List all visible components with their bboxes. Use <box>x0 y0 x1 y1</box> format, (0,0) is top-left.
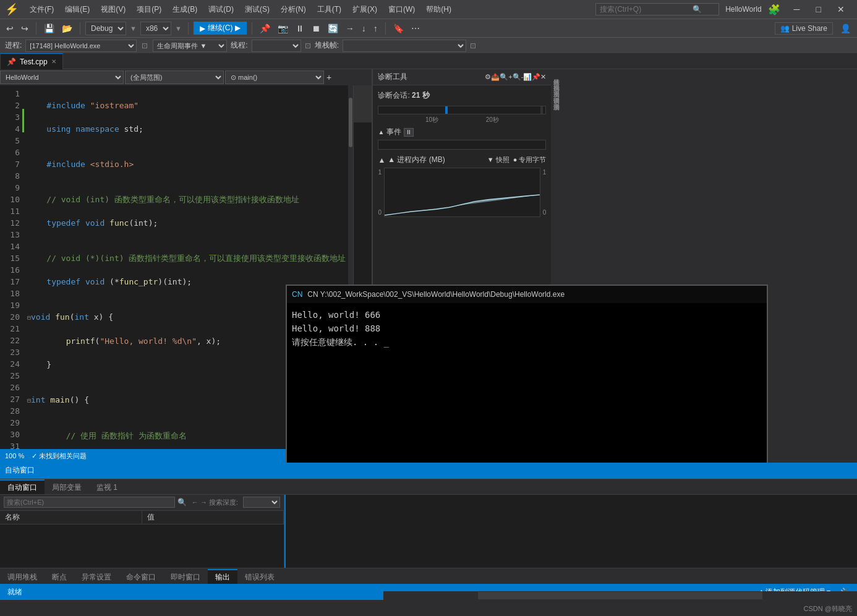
bottom-scrollbar[interactable] <box>383 591 857 600</box>
events-pause-btn[interactable]: ⏸ <box>404 128 414 137</box>
tab-auto-window[interactable]: 自动窗口 <box>0 479 45 494</box>
col-name: 名称 <box>0 511 142 524</box>
continue-button[interactable]: ▶ 继续(C) ▶ <box>194 22 247 35</box>
process-select[interactable]: [17148] HelloWorld.exe <box>25 40 137 52</box>
console-output: Hello, world! 666 Hello, world! 888 请按任意… <box>287 303 767 354</box>
auto-search-input[interactable] <box>4 497 175 508</box>
scope-select[interactable]: (全局范围) <box>125 71 224 84</box>
session-value: 21 秒 <box>412 91 430 100</box>
diag-close-btn[interactable]: ✕ <box>540 73 546 81</box>
sep3 <box>188 22 189 35</box>
callstack-select[interactable] <box>343 40 466 52</box>
vert-label-2[interactable]: 远程调用 <box>551 78 561 83</box>
vert-label-4[interactable]: 错误调用 <box>551 90 561 95</box>
camera-btn[interactable]: 📷 <box>275 22 291 35</box>
more-btn[interactable]: ⋯ <box>409 22 422 35</box>
vert-label-3[interactable]: 调用层次 <box>551 84 561 89</box>
menu-project[interactable]: 项目(P) <box>132 3 166 16</box>
maximize-button[interactable]: □ <box>809 3 829 15</box>
open-btn[interactable]: 📂 <box>59 22 75 35</box>
tab-watch1[interactable]: 监视 1 <box>89 479 125 494</box>
diag-settings-btn[interactable]: ⚙ <box>485 73 491 81</box>
tab-close-btn[interactable]: ✕ <box>51 58 56 65</box>
platform-select[interactable]: x86 <box>140 22 171 35</box>
class-select[interactable]: HelloWorld <box>0 71 124 84</box>
session-label: 诊断会话: <box>378 91 409 100</box>
menu-bar: 文件(F) 编辑(E) 视图(V) 项目(P) 生成(B) 调试(D) 测试(S… <box>25 3 589 16</box>
tab-label: Test.cpp <box>20 58 48 66</box>
console-title: CN Y:\002_WorkSpace\002_VS\HelloWorld\He… <box>307 290 565 299</box>
memory-chart-container: 1 0 <box>378 168 546 217</box>
menu-analyze[interactable]: 分析(N) <box>276 3 311 16</box>
private-bytes-option: ● 专用字节 <box>513 155 547 165</box>
menu-tools[interactable]: 工具(T) <box>312 3 346 16</box>
lifecycle-select[interactable]: 生命周期事件 ▼ <box>153 40 227 52</box>
method-select[interactable]: ⊙ main() <box>225 71 324 84</box>
thread-select[interactable] <box>252 40 301 52</box>
diag-export-btn[interactable]: 📤 <box>491 73 500 81</box>
undo-btn[interactable]: ↩ <box>4 22 16 35</box>
menu-window[interactable]: 窗口(W) <box>383 3 420 16</box>
vert-label-5[interactable]: 崩溃调用 <box>551 96 561 101</box>
memory-svg <box>385 168 540 216</box>
menu-file[interactable]: 文件(F) <box>25 3 59 16</box>
menu-ext[interactable]: 扩展(X) <box>347 3 382 16</box>
menu-edit[interactable]: 编辑(E) <box>60 3 95 16</box>
menu-test[interactable]: 测试(S) <box>240 3 275 16</box>
auto-search-bar: 🔍 ← → 搜索深度: <box>0 495 284 511</box>
auto-window-title: 自动窗口 <box>5 465 35 476</box>
step-in-btn[interactable]: ↓ <box>359 22 369 35</box>
menu-build[interactable]: 生成(B) <box>168 3 202 16</box>
tab-output[interactable]: 输出 <box>208 569 237 584</box>
scrollbar-thumb[interactable] <box>349 98 352 147</box>
nav-arrows: ← → 搜索深度: <box>192 498 238 507</box>
minimize-button[interactable]: ─ <box>787 3 808 15</box>
tab-exceptions[interactable]: 异常设置 <box>74 569 119 584</box>
diag-chart-btn[interactable]: 📊 <box>523 73 532 81</box>
step-out-btn[interactable]: ↑ <box>371 22 380 35</box>
menu-debug[interactable]: 调试(D) <box>203 3 239 16</box>
save-btn[interactable]: 💾 <box>41 22 57 35</box>
memory-section: ▲ ▲ 进程内存 (MB) ▼ 快照 ● 专用字节 1 0 <box>378 155 546 217</box>
events-header[interactable]: ▲ 事件 ⏸ <box>378 127 546 137</box>
zoom-level: 100 % <box>5 452 24 460</box>
tab-test-cpp[interactable]: 📌 Test.cpp ✕ <box>0 53 63 69</box>
search-input[interactable] <box>600 5 693 14</box>
thread-label: 线程: <box>231 40 247 51</box>
session-info: 诊断会话: 21 秒 <box>378 90 546 101</box>
search-depth-select[interactable] <box>243 497 280 508</box>
debug-config-select[interactable]: Debug <box>85 22 126 35</box>
diag-pin-btn[interactable]: 📌 <box>532 73 540 81</box>
tab-callstack[interactable]: 调用堆栈 <box>0 569 45 584</box>
auto-table-body <box>0 524 284 529</box>
sep4 <box>252 22 252 35</box>
stop-btn[interactable]: ⏹ <box>309 22 323 35</box>
bookmark-btn[interactable]: 🔖 <box>391 22 406 35</box>
timeline-ticks: 10秒 20秒 <box>378 116 546 124</box>
tab-breakpoints[interactable]: 断点 <box>45 569 74 584</box>
tab-immediate[interactable]: 即时窗口 <box>163 569 208 584</box>
close-button[interactable]: ✕ <box>830 3 852 15</box>
menu-view[interactable]: 视图(V) <box>96 3 130 16</box>
status-ready[interactable]: 就绪 <box>5 587 25 597</box>
search-box[interactable]: 🔍 <box>595 3 719 15</box>
liveshare-button[interactable]: 👥 Live Share <box>775 22 833 35</box>
vert-label-1[interactable]: 计算结果 <box>551 72 561 77</box>
restart-btn[interactable]: 🔄 <box>325 22 341 35</box>
redo-btn[interactable]: ↪ <box>19 22 31 35</box>
profile-btn[interactable]: 👤 <box>838 22 853 35</box>
attach-btn[interactable]: 📌 <box>257 22 273 35</box>
menu-help[interactable]: 帮助(H) <box>421 3 456 16</box>
expand-btn[interactable]: + <box>325 71 333 83</box>
diag-zoom-in-btn[interactable]: 🔍+ <box>500 73 512 81</box>
auto-window-tabs: 自动窗口 局部变量 监视 1 <box>0 479 857 495</box>
tab-locals[interactable]: 局部变量 <box>45 479 89 494</box>
pause-btn[interactable]: ⏸ <box>293 22 307 35</box>
mem-min2-label: 0 <box>543 209 547 216</box>
toolbar: ↩ ↪ 💾 📂 Debug ▼ x86 ▼ ▶ 继续(C) ▶ 📌 📷 ⏸ ⏹ … <box>0 19 857 37</box>
diag-zoom-out-btn[interactable]: 🔍- <box>513 73 524 81</box>
step-over-btn[interactable]: → <box>343 22 357 35</box>
tab-error-list[interactable]: 错误列表 <box>237 569 282 584</box>
no-issues-badge: ✓ 未找到相关问题 <box>32 451 87 461</box>
tab-command[interactable]: 命令窗口 <box>119 569 163 584</box>
